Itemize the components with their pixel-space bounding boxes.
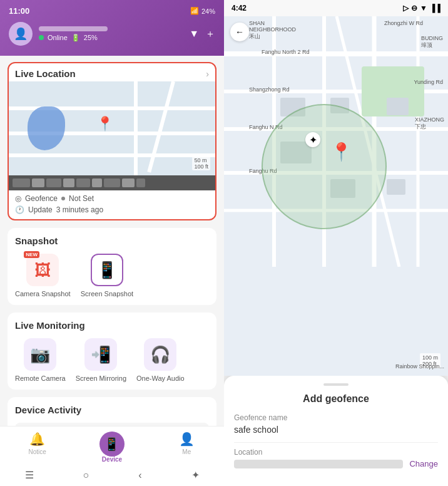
map-main-pin: 📍 bbox=[330, 142, 352, 162]
me-icon: 👤 bbox=[179, 432, 195, 447]
location-field: Location Change bbox=[234, 448, 438, 468]
battery-text: 24% bbox=[201, 8, 215, 15]
home-system-icon[interactable]: ○ bbox=[83, 470, 89, 481]
user-details: Online 🔋 25% bbox=[39, 26, 108, 42]
card-header: Live Location › bbox=[9, 63, 215, 81]
back-system-icon[interactable]: ‹ bbox=[138, 470, 141, 481]
update-label: Update bbox=[28, 205, 53, 214]
right-status-bar: 4:42 ▷ ⊖ ▼ ▐▐ bbox=[224, 0, 448, 16]
online-label: Online bbox=[48, 34, 68, 41]
battery-icon: 🔋 bbox=[71, 34, 80, 42]
update-row: 🕐 Update 3 minutes ago bbox=[15, 205, 209, 214]
snapshot-title: Snapshot bbox=[15, 235, 209, 246]
road-label-7: Zhongzhi W Rd bbox=[384, 20, 423, 26]
remote-camera-label: Remote Camera bbox=[15, 375, 66, 382]
device-circle: 📱 bbox=[99, 432, 125, 457]
screen-snapshot-label: Screen Snapshot bbox=[81, 290, 133, 297]
user-status: Online 🔋 25% bbox=[39, 34, 108, 42]
location-blur-value bbox=[234, 460, 403, 468]
card-footer: ◎ Geofence Not Set 🕐 Update 3 minutes ag… bbox=[9, 190, 215, 219]
location-pin: 📍 bbox=[96, 116, 113, 132]
geofence-circle bbox=[262, 104, 387, 229]
screen-snapshot-icon-box: 📱 bbox=[91, 254, 123, 286]
geofence-label: Geofence bbox=[25, 194, 58, 203]
road-label-1: Fanghu North 2 Rd bbox=[262, 49, 310, 55]
camera-snapshot-label: Camera Snapshot bbox=[15, 290, 71, 297]
play-icon: ▷ bbox=[403, 4, 409, 13]
location-label: Location bbox=[234, 448, 438, 457]
bottom-nav: 🔔 Notice 📱 Device 👤 Me bbox=[0, 426, 224, 465]
screen-snapshot-item[interactable]: 📱 Screen Snapshot bbox=[81, 254, 133, 297]
system-bar: ☰ ○ ‹ ✦ bbox=[0, 465, 224, 486]
nav-notice[interactable]: 🔔 Notice bbox=[0, 432, 74, 463]
live-location-card[interactable]: Live Location › 📍 50 m100 ft bbox=[8, 62, 216, 220]
device-icon: 📱 bbox=[104, 437, 120, 452]
camera-snapshot-icon-box: NEW 🖼 bbox=[26, 254, 59, 286]
road-label-4: Yunding Rd bbox=[414, 79, 443, 85]
notice-icon: 🔔 bbox=[29, 432, 45, 447]
device-label: Device bbox=[102, 456, 122, 463]
camera-snapshot-item[interactable]: NEW 🖼 Camera Snapshot bbox=[15, 254, 71, 297]
change-link[interactable]: Change bbox=[409, 459, 438, 468]
notice-label: Notice bbox=[28, 448, 46, 455]
dropdown-icon[interactable]: ▼ bbox=[189, 28, 199, 39]
right-status-icons: ▷ ⊖ ▼ ▐▐ bbox=[403, 4, 440, 13]
sheet-title: Add geofence bbox=[234, 393, 438, 405]
road-label-2: Shangzhong Rd bbox=[249, 86, 290, 93]
device-activity-section: Device Activity bbox=[8, 397, 216, 426]
road-label-8: BUDING埠顶 bbox=[421, 35, 443, 49]
snapshot-grid: NEW 🖼 Camera Snapshot 📱 Screen Snapshot bbox=[15, 254, 209, 297]
geofence-name-value: safe school bbox=[234, 425, 438, 435]
device-activity-title: Device Activity bbox=[15, 405, 209, 415]
status-bar: 11:00 📶 24% bbox=[9, 6, 215, 16]
live-location-title: Live Location bbox=[15, 68, 76, 79]
user-name-blur bbox=[39, 26, 108, 31]
app-header: 11:00 📶 24% 👤 Online 🔋 25% bbox=[0, 0, 224, 56]
snapshot-section: Snapshot NEW 🖼 Camera Snapshot 📱 Screen … bbox=[8, 228, 216, 305]
bottom-sheet: Add geofence Geofence name safe school L… bbox=[224, 376, 448, 486]
remote-camera-icon-box: 📷 bbox=[24, 338, 56, 371]
one-way-audio-icon-box: 🎧 bbox=[144, 338, 176, 371]
nav-me[interactable]: 👤 Me bbox=[150, 432, 224, 463]
map-back-button[interactable]: ← bbox=[230, 23, 249, 41]
nav-device[interactable]: 📱 Device bbox=[74, 432, 149, 463]
road-label-6: SHANNEIGHBORHOOD禾山 bbox=[249, 20, 296, 41]
map-poi-marker: ✦ bbox=[305, 132, 320, 147]
right-panel: 4:42 ▷ ⊖ ▼ ▐▐ bbox=[224, 0, 448, 486]
right-time: 4:42 bbox=[232, 4, 247, 13]
wifi-right-icon: ▼ bbox=[420, 4, 427, 13]
map-thumbnail-strip bbox=[9, 175, 215, 190]
battery-percent: 25% bbox=[84, 34, 98, 41]
one-way-audio-item[interactable]: 🎧 One-Way Audio bbox=[136, 338, 185, 382]
header-actions: ▼ ＋ bbox=[189, 28, 215, 41]
menu-system-icon[interactable]: ☰ bbox=[25, 469, 34, 481]
user-row: 👤 Online 🔋 25% ▼ ＋ bbox=[9, 22, 215, 46]
form-divider bbox=[234, 442, 438, 443]
live-monitoring-title: Live Monitoring bbox=[15, 320, 209, 331]
remote-camera-item[interactable]: 📷 Remote Camera bbox=[15, 338, 66, 382]
avatar: 👤 bbox=[9, 22, 33, 46]
geofence-status: Not Set bbox=[69, 194, 94, 203]
accessibility-system-icon[interactable]: ✦ bbox=[191, 469, 200, 481]
update-time: 3 minutes ago bbox=[56, 205, 103, 214]
road-label-9: XIAZHONG下忠 bbox=[415, 116, 444, 131]
svg-rect-14 bbox=[387, 98, 409, 115]
user-info: 👤 Online 🔋 25% bbox=[9, 22, 108, 46]
screen-mirroring-item[interactable]: 📲 Screen Mirroring bbox=[76, 338, 126, 382]
battery-right-icon: ▐▐ bbox=[430, 4, 440, 13]
clock-icon: 🕐 bbox=[15, 205, 24, 214]
rainbow-label: Rainbow Shoppin... bbox=[395, 363, 444, 370]
left-content: Live Location › 📍 50 m100 ft bbox=[0, 56, 224, 426]
geofence-name-label: Geofence name bbox=[234, 413, 438, 422]
map-preview: 📍 50 m100 ft bbox=[9, 81, 215, 175]
add-icon[interactable]: ＋ bbox=[205, 28, 215, 41]
status-icons: 📶 24% bbox=[190, 7, 215, 15]
location-row: Change bbox=[234, 459, 438, 468]
signal-icon: ⊖ bbox=[411, 4, 417, 13]
geofence-icon: ◎ bbox=[15, 194, 21, 203]
screen-mirroring-label: Screen Mirroring bbox=[76, 375, 126, 382]
card-arrow-icon: › bbox=[206, 69, 209, 79]
map-scale: 50 m100 ft bbox=[192, 157, 210, 170]
geofence-row: ◎ Geofence Not Set bbox=[15, 194, 209, 203]
wifi-icon: 📶 bbox=[190, 7, 199, 15]
